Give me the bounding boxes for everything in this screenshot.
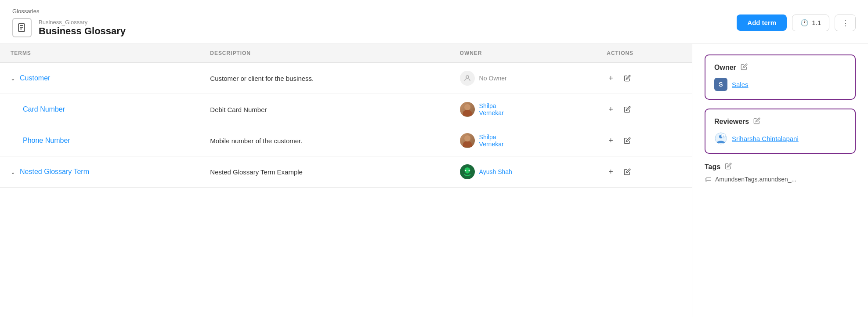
owner-panel-section: Owner S Sales bbox=[705, 54, 856, 100]
phone-number-term-link[interactable]: Phone Number bbox=[23, 137, 70, 144]
ayush-shah-label: Ayush Shah bbox=[479, 168, 512, 175]
description-cell: Mobile number of the customer. bbox=[199, 125, 449, 156]
more-options-button[interactable]: ⋮ bbox=[835, 14, 856, 31]
glossary-subtitle: Business_Glossary bbox=[39, 19, 126, 25]
ayush-avatar bbox=[460, 164, 475, 179]
col-terms: TERMS bbox=[0, 44, 199, 63]
tags-header: Tags bbox=[705, 163, 856, 171]
description-cell: Customer or client for the business. bbox=[199, 63, 449, 94]
owner-cell-content: ShilpaVernekar bbox=[460, 102, 586, 117]
term-with-chevron: ⌄ Customer bbox=[11, 74, 189, 82]
header-actions: Add term 🕐 1.1 ⋮ bbox=[737, 14, 856, 31]
sales-badge: S bbox=[714, 78, 727, 91]
owner-cell: Ayush Shah bbox=[449, 156, 597, 188]
more-icon: ⋮ bbox=[841, 18, 849, 27]
col-description: DESCRIPTION bbox=[199, 44, 449, 63]
header: Glossaries Business_Glossary Business Gl… bbox=[0, 0, 868, 44]
glossary-icon bbox=[12, 18, 32, 37]
reviewers-section-header: Reviewers bbox=[714, 117, 846, 126]
shilpa-vernekar-label-2: ShilpaVernekar bbox=[479, 134, 504, 148]
term-cell: ⌄ Customer bbox=[0, 63, 199, 94]
owner-cell-content: Ayush Shah bbox=[460, 164, 586, 179]
svg-rect-0 bbox=[18, 24, 25, 32]
clock-icon: 🕐 bbox=[800, 19, 809, 27]
actions-cell: + bbox=[596, 125, 692, 156]
breadcrumb: Glossaries bbox=[12, 8, 126, 14]
actions-cell: + bbox=[596, 156, 692, 188]
chevron-down-icon: ⌄ bbox=[11, 75, 15, 82]
owner-section-header: Owner bbox=[714, 63, 846, 72]
owner-badge-letter: S bbox=[719, 81, 723, 88]
table-header-row: TERMS DESCRIPTION OWNER ACTIONS bbox=[0, 44, 692, 63]
actions-cell-content: + bbox=[607, 103, 681, 116]
reviewers-edit-icon[interactable] bbox=[753, 117, 760, 126]
card-number-term-link[interactable]: Card Number bbox=[23, 105, 65, 113]
term-cell: Phone Number bbox=[0, 125, 199, 156]
customer-description: Customer or client for the business. bbox=[210, 75, 314, 82]
actions-cell: + bbox=[596, 63, 692, 94]
owner-cell: No Owner bbox=[449, 63, 597, 94]
table-row: ⌄ Customer Customer or client for the bu… bbox=[0, 63, 692, 94]
main-layout: TERMS DESCRIPTION OWNER ACTIONS ⌄ Custom… bbox=[0, 44, 868, 317]
owner-cell-content: No Owner bbox=[460, 71, 586, 86]
description-cell: Debit Card Number bbox=[199, 94, 449, 125]
edit-action-button[interactable] bbox=[622, 104, 633, 115]
title-row: Business_Glossary Business Glossary bbox=[12, 18, 126, 37]
actions-cell: + bbox=[596, 94, 692, 125]
tags-section-title: Tags bbox=[705, 163, 720, 171]
owner-section-title: Owner bbox=[714, 64, 736, 72]
phone-number-description: Mobile number of the customer. bbox=[210, 137, 302, 145]
card-number-description: Debit Card Number bbox=[210, 106, 267, 113]
add-action-button[interactable]: + bbox=[607, 72, 615, 85]
owner-edit-icon[interactable] bbox=[741, 63, 748, 72]
reviewers-panel-section: Reviewers ⚛ bbox=[705, 109, 856, 154]
title-text: Business_Glossary Business Glossary bbox=[39, 19, 126, 37]
no-owner-label: No Owner bbox=[479, 75, 507, 82]
actions-cell-content: + bbox=[607, 166, 681, 178]
owner-item: S Sales bbox=[714, 78, 846, 91]
add-action-button[interactable]: + bbox=[607, 134, 615, 147]
right-panel: Owner S Sales Reviewers bbox=[692, 44, 868, 317]
svg-point-1 bbox=[466, 76, 469, 78]
add-term-button[interactable]: Add term bbox=[737, 14, 787, 31]
edit-action-button[interactable] bbox=[622, 167, 633, 177]
table-area: TERMS DESCRIPTION OWNER ACTIONS ⌄ Custom… bbox=[0, 44, 692, 317]
edit-action-button[interactable] bbox=[622, 73, 633, 83]
owner-cell-content: ShilpaVernekar bbox=[460, 133, 586, 148]
nested-glossary-description: Nested Glossary Term Example bbox=[210, 168, 303, 176]
tags-edit-icon[interactable] bbox=[725, 163, 732, 171]
reviewer-link[interactable]: Sriharsha Chintalapani bbox=[732, 135, 799, 142]
term-cell: ⌄ Nested Glossary Term bbox=[0, 156, 199, 188]
owner-cell: ShilpaVernekar bbox=[449, 125, 597, 156]
shilpa-vernekar-label: ShilpaVernekar bbox=[479, 102, 504, 116]
svg-text:⚛: ⚛ bbox=[722, 135, 725, 138]
version-label: 1.1 bbox=[812, 19, 821, 26]
page-title: Business Glossary bbox=[39, 25, 126, 37]
term-cell: Card Number bbox=[0, 94, 199, 125]
glossary-table: TERMS DESCRIPTION OWNER ACTIONS ⌄ Custom… bbox=[0, 44, 692, 188]
table-row: Card Number Debit Card Number ShilpaVern… bbox=[0, 94, 692, 125]
nested-glossary-term-link[interactable]: Nested Glossary Term bbox=[20, 168, 89, 176]
shilpa-avatar-2 bbox=[460, 133, 475, 148]
add-action-button[interactable]: + bbox=[607, 166, 615, 178]
reviewer-item: ⚛ Sriharsha Chintalapani bbox=[714, 132, 846, 145]
sales-link[interactable]: Sales bbox=[732, 81, 749, 88]
owner-cell: ShilpaVernekar bbox=[449, 94, 597, 125]
description-cell: Nested Glossary Term Example bbox=[199, 156, 449, 188]
header-left: Glossaries Business_Glossary Business Gl… bbox=[12, 8, 126, 37]
edit-action-button[interactable] bbox=[622, 135, 633, 146]
tag-value: AmundsenTags.amundsen_... bbox=[715, 176, 796, 183]
col-actions: ACTIONS bbox=[596, 44, 692, 63]
actions-cell-content: + bbox=[607, 72, 681, 85]
tags-section: Tags 🏷 AmundsenTags.amundsen_... bbox=[705, 163, 856, 183]
svg-point-3 bbox=[465, 170, 466, 171]
table-row: ⌄ Nested Glossary Term Nested Glossary T… bbox=[0, 156, 692, 188]
add-action-button[interactable]: + bbox=[607, 103, 615, 116]
no-owner-avatar bbox=[460, 71, 475, 86]
svg-point-4 bbox=[468, 170, 470, 171]
tag-item: 🏷 AmundsenTags.amundsen_... bbox=[705, 175, 856, 183]
customer-term-link[interactable]: Customer bbox=[20, 74, 50, 82]
version-button[interactable]: 🕐 1.1 bbox=[792, 14, 829, 31]
tag-icon: 🏷 bbox=[705, 175, 712, 183]
term-with-chevron-nested: ⌄ Nested Glossary Term bbox=[11, 168, 189, 176]
